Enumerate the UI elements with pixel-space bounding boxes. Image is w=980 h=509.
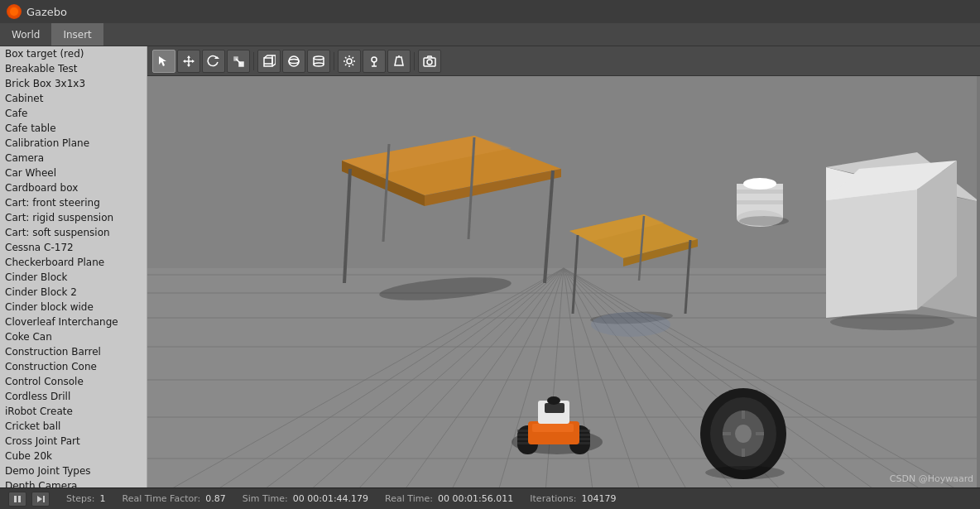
sidebar-item[interactable]: Calibration Plane bbox=[0, 136, 147, 151]
svg-point-17 bbox=[314, 63, 324, 66]
steps-group: Steps: 1 bbox=[66, 493, 105, 504]
model-list-sidebar: Box target (red) Breakable Test Brick Bo… bbox=[0, 46, 147, 487]
sidebar-item[interactable]: Checkerboard Plane bbox=[0, 255, 147, 270]
toolbar-separator-3 bbox=[414, 52, 415, 70]
translate-tool-button[interactable] bbox=[177, 50, 200, 73]
sidebar-item-cinder-block-wide[interactable]: Cinder block wide bbox=[0, 300, 147, 315]
viewport-resize-handle[interactable] bbox=[977, 76, 980, 487]
sphere-shape-button[interactable] bbox=[282, 50, 305, 73]
sidebar-item[interactable]: Box target (red) bbox=[0, 46, 147, 61]
sidebar-item[interactable]: Cube 20k bbox=[0, 449, 147, 463]
svg-marker-3 bbox=[187, 55, 190, 58]
svg-rect-108 bbox=[532, 424, 574, 432]
steps-label: Steps: bbox=[66, 493, 94, 504]
scene-svg bbox=[147, 76, 980, 487]
sidebar-item[interactable]: Cabinet bbox=[0, 91, 147, 106]
realtime-value: 00 00:01:56.011 bbox=[438, 493, 513, 504]
sidebar-item[interactable]: Cafe table bbox=[0, 121, 147, 136]
svg-marker-32 bbox=[395, 57, 403, 65]
sidebar-item[interactable]: Cart: soft suspension bbox=[0, 225, 147, 240]
screenshot-button[interactable] bbox=[418, 50, 441, 73]
toolbar bbox=[147, 46, 980, 76]
box-shape-button[interactable] bbox=[257, 50, 281, 73]
svg-rect-11 bbox=[264, 58, 272, 66]
pause-button[interactable] bbox=[8, 492, 26, 507]
realtime-label: Real Time: bbox=[385, 493, 433, 504]
realtime-group: Real Time: 00 00:01:56.011 bbox=[385, 493, 513, 504]
sidebar-item[interactable]: Cart: rigid suspension bbox=[0, 210, 147, 225]
svg-line-10 bbox=[236, 59, 241, 64]
sidebar-item[interactable]: Brick Box 3x1x3 bbox=[0, 76, 147, 91]
spot-light-button[interactable] bbox=[387, 50, 411, 73]
iterations-label: Iterations: bbox=[530, 493, 576, 504]
point-light-button[interactable] bbox=[363, 50, 386, 73]
rotate-tool-button[interactable] bbox=[202, 50, 225, 73]
sidebar-item-demo-joint[interactable]: Demo Joint Types bbox=[0, 463, 147, 478]
iterations-value: 104179 bbox=[581, 493, 616, 504]
cylinder-shape-button[interactable] bbox=[307, 50, 330, 73]
sidebar-item-cart-front[interactable]: Cart: front steering bbox=[0, 195, 147, 210]
simtime-value: 00 00:01:44.179 bbox=[293, 493, 368, 504]
titlebar: Gazebo bbox=[0, 0, 980, 23]
svg-rect-122 bbox=[18, 496, 21, 502]
sidebar-item[interactable]: Cordless Drill bbox=[0, 389, 147, 404]
sun-light-button[interactable] bbox=[338, 50, 361, 73]
toolbar-separator-2 bbox=[334, 52, 334, 70]
simtime-group: Sim Time: 00 00:01:44.179 bbox=[243, 493, 368, 504]
iterations-group: Iterations: 104179 bbox=[530, 493, 616, 504]
svg-rect-86 bbox=[737, 200, 783, 204]
step-forward-button[interactable] bbox=[31, 492, 50, 507]
menu-world[interactable]: World bbox=[0, 23, 51, 46]
svg-point-29 bbox=[372, 57, 377, 62]
svg-point-14 bbox=[289, 56, 299, 66]
sidebar-item[interactable]: iRobot Create bbox=[0, 404, 147, 419]
sidebar-item[interactable]: Construction Cone bbox=[0, 359, 147, 374]
steps-value: 1 bbox=[99, 493, 105, 504]
scale-tool-button[interactable] bbox=[227, 50, 250, 73]
svg-point-95 bbox=[830, 314, 954, 330]
rtf-value: 0.87 bbox=[205, 493, 226, 504]
svg-point-35 bbox=[427, 60, 432, 65]
rtf-label: Real Time Factor: bbox=[122, 493, 200, 504]
svg-point-20 bbox=[347, 59, 352, 64]
sidebar-item[interactable]: Coke Can bbox=[0, 329, 147, 344]
svg-point-87 bbox=[743, 178, 776, 190]
svg-point-115 bbox=[735, 425, 752, 443]
svg-rect-121 bbox=[14, 496, 17, 502]
sidebar-item[interactable]: Car Wheel bbox=[0, 166, 147, 180]
sidebar-item[interactable]: Control Console bbox=[0, 374, 147, 389]
sidebar-item-cardboard-box[interactable]: Cardboard box bbox=[0, 180, 147, 195]
svg-point-120 bbox=[705, 466, 785, 479]
sidebar-item[interactable]: Cross Joint Part bbox=[0, 434, 147, 449]
sidebar-item[interactable]: Camera bbox=[0, 151, 147, 166]
sidebar-item[interactable]: Cessna C-172 bbox=[0, 240, 147, 255]
sidebar-item[interactable]: Cafe bbox=[0, 106, 147, 121]
sidebar-item[interactable]: Construction Barrel bbox=[0, 344, 147, 359]
svg-rect-124 bbox=[43, 496, 45, 502]
sidebar-item-depth-camera[interactable]: Depth Camera bbox=[0, 478, 147, 487]
toolbar-separator bbox=[253, 52, 254, 70]
sidebar-item-cinder-block-2[interactable]: Cinder Block 2 bbox=[0, 285, 147, 300]
svg-point-16 bbox=[314, 56, 324, 60]
app-icon bbox=[7, 4, 22, 19]
sidebar-item-cinder-block[interactable]: Cinder Block bbox=[0, 270, 147, 285]
viewport-container: CSDN @Hoywaard bbox=[147, 46, 980, 487]
svg-point-15 bbox=[289, 59, 299, 63]
svg-line-28 bbox=[345, 64, 347, 65]
3d-viewport[interactable]: CSDN @Hoywaard bbox=[147, 76, 980, 487]
sidebar-item[interactable]: Breakable Test bbox=[0, 61, 147, 76]
simtime-label: Sim Time: bbox=[243, 493, 288, 504]
select-tool-button[interactable] bbox=[152, 50, 175, 73]
svg-point-0 bbox=[10, 7, 18, 16]
svg-line-25 bbox=[345, 57, 347, 59]
menubar: World Insert bbox=[0, 23, 980, 46]
menu-insert[interactable]: Insert bbox=[51, 23, 103, 46]
svg-marker-4 bbox=[187, 65, 190, 67]
sidebar-item-cricket-ball[interactable]: Cricket ball bbox=[0, 419, 147, 434]
svg-marker-123 bbox=[37, 496, 42, 502]
sidebar-item[interactable]: Cloverleaf Interchange bbox=[0, 315, 147, 329]
svg-point-111 bbox=[547, 396, 560, 405]
playback-controls bbox=[8, 492, 50, 507]
svg-point-88 bbox=[739, 216, 789, 226]
svg-line-27 bbox=[353, 57, 354, 59]
